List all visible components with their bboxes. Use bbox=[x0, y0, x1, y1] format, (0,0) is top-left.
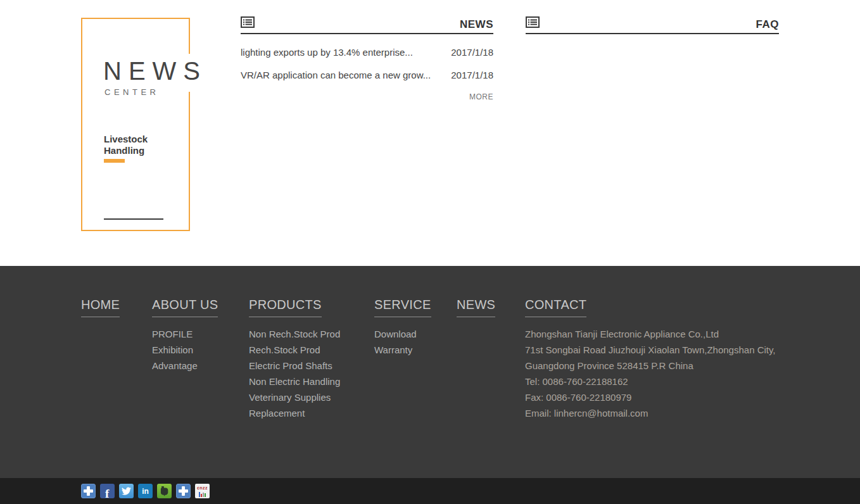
twitter-icon[interactable] bbox=[119, 484, 134, 498]
news-list-icon bbox=[241, 16, 255, 30]
footer-link-electric-prod-shafts[interactable]: Electric Prod Shafts bbox=[249, 358, 374, 374]
banner-tagline: Livestock Handling bbox=[104, 134, 148, 156]
footer-link-exhibition[interactable]: Exhibition bbox=[152, 342, 249, 358]
news-panel-header: NEWS bbox=[241, 13, 493, 34]
footer-link-rech-stock-prod[interactable]: Rech.Stock Prod bbox=[249, 342, 374, 358]
news-panel: NEWS lighting exports up by 13.4% enterp… bbox=[241, 13, 493, 101]
footer-link-home[interactable]: HOME bbox=[81, 298, 120, 317]
page-title: NEWS bbox=[103, 57, 207, 85]
share-plus-icon-2[interactable] bbox=[176, 484, 191, 498]
news-list: lighting exports up by 13.4% enterprise.… bbox=[241, 41, 493, 86]
news-more-link[interactable]: MORE bbox=[241, 92, 493, 101]
footer-column-contact: CONTACT Zhongshan Tianji Electronic Appl… bbox=[525, 298, 779, 421]
cnzz-bar-chart bbox=[199, 491, 206, 497]
footer-about-links: PROFILE Exhibition Advantage bbox=[152, 326, 249, 374]
news-item-row[interactable]: VR/AR application can become a new grow.… bbox=[241, 63, 493, 86]
contact-address-line2: Guangdong Province 528415 P.R China bbox=[525, 358, 779, 374]
banner-divider-line bbox=[104, 218, 163, 220]
contact-info: Zhongshan Tianji Electronic Appliance Co… bbox=[525, 326, 779, 421]
footer-link-news[interactable]: NEWS bbox=[457, 298, 495, 317]
footer-link-products[interactable]: PRODUCTS bbox=[249, 298, 322, 317]
tagline-line1: Livestock bbox=[104, 134, 148, 145]
contact-address-line1: 71st Songbai Road Jiuzhouji Xiaolan Town… bbox=[525, 342, 779, 358]
footer-link-download[interactable]: Download bbox=[374, 326, 457, 342]
footer-link-service[interactable]: SERVICE bbox=[374, 298, 431, 317]
footer-link-veterinary-supplies[interactable]: Veterinary Supplies bbox=[249, 389, 374, 405]
footer: HOME ABOUT US PROFILE Exhibition Advanta… bbox=[0, 266, 860, 478]
share-plus-icon[interactable] bbox=[81, 484, 96, 498]
bottom-bar: f in cnzz bbox=[0, 478, 860, 504]
footer-column-products: PRODUCTS Non Rech.Stock Prod Rech.Stock … bbox=[249, 298, 374, 421]
linkedin-glyph: in bbox=[142, 487, 149, 496]
contact-company-name: Zhongshan Tianji Electronic Appliance Co… bbox=[525, 326, 779, 342]
footer-column-about: ABOUT US PROFILE Exhibition Advantage bbox=[152, 298, 249, 421]
footer-link-about-us[interactable]: ABOUT US bbox=[152, 298, 218, 317]
footer-column-home: HOME bbox=[81, 298, 152, 421]
footer-link-replacement[interactable]: Replacement bbox=[249, 405, 374, 421]
facebook-glyph: f bbox=[105, 487, 109, 498]
footer-link-warranty[interactable]: Warranty bbox=[374, 342, 457, 358]
contact-email: Email: linhercn@hotmail.com bbox=[525, 405, 779, 421]
footer-link-advantage[interactable]: Advantage bbox=[152, 358, 249, 374]
cnzz-stats-icon[interactable]: cnzz bbox=[195, 484, 210, 498]
footer-link-profile[interactable]: PROFILE bbox=[152, 326, 249, 342]
linkedin-icon[interactable]: in bbox=[138, 484, 153, 498]
footer-link-non-rech-stock-prod[interactable]: Non Rech.Stock Prod bbox=[249, 326, 374, 342]
news-item-title[interactable]: lighting exports up by 13.4% enterprise.… bbox=[241, 47, 451, 58]
evernote-icon[interactable] bbox=[157, 484, 172, 498]
news-center-banner: NEWS CENTER Livestock Handling bbox=[81, 18, 190, 231]
accent-bar bbox=[104, 159, 125, 163]
footer-column-news: NEWS bbox=[457, 298, 525, 421]
cnzz-label: cnzz bbox=[197, 485, 208, 491]
main-content-area: NEWS CENTER Livestock Handling NEWS bbox=[0, 0, 860, 266]
footer-products-links: Non Rech.Stock Prod Rech.Stock Prod Elec… bbox=[249, 326, 374, 421]
footer-service-links: Download Warranty bbox=[374, 326, 457, 358]
faq-panel-header: FAQ bbox=[526, 13, 779, 34]
footer-column-service: SERVICE Download Warranty bbox=[374, 298, 457, 421]
news-item-row[interactable]: lighting exports up by 13.4% enterprise.… bbox=[241, 41, 493, 63]
contact-tel: Tel: 0086-760-22188162 bbox=[525, 374, 779, 389]
news-item-date: 2017/1/18 bbox=[451, 47, 493, 58]
tagline-line2: Handling bbox=[104, 145, 148, 156]
faq-panel-title: FAQ bbox=[756, 18, 779, 31]
contact-fax: Fax: 0086-760-22180979 bbox=[525, 389, 779, 405]
footer-link-contact[interactable]: CONTACT bbox=[525, 298, 586, 317]
footer-nav: HOME ABOUT US PROFILE Exhibition Advanta… bbox=[81, 298, 779, 421]
news-panel-title: NEWS bbox=[460, 18, 493, 31]
news-item-title[interactable]: VR/AR application can become a new grow.… bbox=[241, 70, 451, 80]
news-item-date: 2017/1/18 bbox=[451, 70, 493, 80]
facebook-icon[interactable]: f bbox=[100, 484, 115, 498]
faq-list-icon bbox=[526, 16, 540, 30]
footer-link-non-electric-handling[interactable]: Non Electric Handling bbox=[249, 374, 374, 389]
page-subtitle: CENTER bbox=[104, 87, 159, 97]
social-icons-row: f in cnzz bbox=[81, 484, 210, 498]
faq-panel: FAQ bbox=[526, 13, 779, 34]
